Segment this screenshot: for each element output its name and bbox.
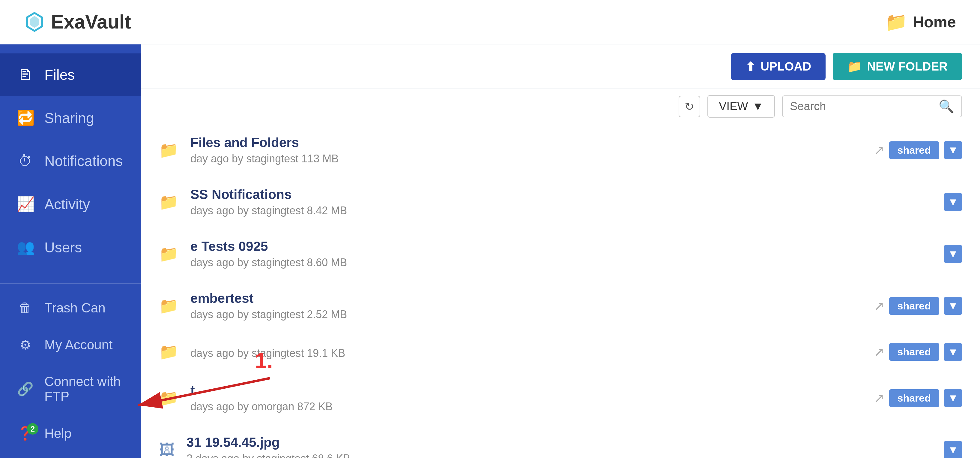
file-actions: ▼ bbox=[944, 193, 962, 211]
sharing-icon: 🔁 bbox=[17, 110, 33, 126]
home-label-text: Home bbox=[913, 13, 956, 31]
file-info: Files and Foldersday ago by stagingtest … bbox=[191, 135, 874, 165]
row-dropdown-button[interactable]: ▼ bbox=[944, 441, 962, 458]
sidebar-nav: 🖹 Files 🔁 Sharing ⏱ Notifications 📈 Acti… bbox=[0, 45, 141, 283]
shared-badge: shared bbox=[889, 297, 940, 315]
topbar-right: 📁 Home bbox=[885, 11, 956, 33]
file-actions: ↗shared▼ bbox=[874, 389, 962, 407]
help-badge: 2 bbox=[27, 423, 38, 435]
file-info: tdays ago by omorgan 872 KB bbox=[191, 383, 874, 413]
search-container: 🔍 bbox=[782, 96, 962, 117]
open-link-button[interactable]: ↗ bbox=[874, 345, 885, 359]
ftp-icon: 🔗 bbox=[17, 381, 33, 397]
trash-label: Trash Can bbox=[45, 300, 105, 316]
upload-icon: ⬆ bbox=[746, 60, 756, 73]
file-meta: 2 days ago by stagingtest 68.6 KB bbox=[186, 452, 944, 458]
upload-button[interactable]: ⬆ UPLOAD bbox=[731, 53, 826, 80]
new-folder-button[interactable]: 📁 NEW FOLDER bbox=[833, 53, 962, 80]
sidebar-label-sharing: Sharing bbox=[45, 110, 94, 126]
search-input[interactable] bbox=[790, 100, 934, 113]
file-name: embertest bbox=[191, 291, 874, 306]
folder-icon: 📁 bbox=[159, 245, 178, 263]
folder-icon: 📁 bbox=[159, 297, 178, 315]
file-meta: days ago by stagingtest 8.42 MB bbox=[191, 204, 944, 217]
view-button[interactable]: VIEW ▼ bbox=[707, 95, 775, 118]
file-actions: ▼ bbox=[944, 441, 962, 458]
folder-icon: 📁 bbox=[159, 141, 178, 160]
file-name: t bbox=[191, 383, 874, 398]
file-name: Files and Folders bbox=[191, 135, 874, 150]
search-button[interactable]: 🔍 bbox=[939, 99, 954, 114]
home-folder-icon: 📁 bbox=[885, 11, 907, 33]
folder-icon: 📁 bbox=[159, 343, 178, 361]
row-dropdown-button[interactable]: ▼ bbox=[944, 389, 962, 407]
image-file-icon: 🖼 bbox=[159, 441, 175, 458]
row-dropdown-button[interactable]: ▼ bbox=[944, 297, 962, 315]
sidebar-item-help[interactable]: ❓ Help 2 bbox=[0, 415, 141, 452]
file-actions: ▼ bbox=[944, 245, 962, 263]
new-folder-label: NEW FOLDER bbox=[867, 60, 948, 73]
notifications-icon: ⏱ bbox=[17, 153, 33, 169]
shared-badge: shared bbox=[889, 343, 940, 361]
file-info: e Tests 0925days ago by stagingtest 8.60… bbox=[191, 239, 944, 269]
row-dropdown-button[interactable]: ▼ bbox=[944, 141, 962, 159]
help-label: Help bbox=[45, 426, 72, 441]
account-icon: ⚙ bbox=[17, 337, 33, 353]
sidebar-label-users: Users bbox=[45, 239, 82, 256]
row-dropdown-button[interactable]: ▼ bbox=[944, 343, 962, 361]
app-name: ExaVault bbox=[51, 11, 131, 33]
file-name: e Tests 0925 bbox=[191, 239, 944, 254]
sidebar-item-notifications[interactable]: ⏱ Notifications bbox=[0, 140, 141, 182]
toolbar: ⬆ UPLOAD 📁 NEW FOLDER bbox=[141, 45, 980, 89]
table-row: 📁SS Notificationsdays ago by stagingtest… bbox=[141, 176, 980, 228]
file-info: days ago by stagingtest 19.1 KB bbox=[191, 345, 874, 359]
file-actions: ↗shared▼ bbox=[874, 343, 962, 361]
shared-badge: shared bbox=[889, 141, 940, 159]
sidebar-bottom: 🗑 Trash Can ⚙ My Account 🔗 Connect with … bbox=[0, 283, 141, 458]
logo: ExaVault bbox=[24, 11, 131, 33]
sidebar-item-files[interactable]: 🖹 Files bbox=[0, 53, 141, 96]
ftp-label: Connect with FTP bbox=[45, 374, 124, 404]
file-meta: days ago by stagingtest 2.52 MB bbox=[191, 308, 874, 321]
activity-icon: 📈 bbox=[17, 196, 33, 212]
files-icon: 🖹 bbox=[17, 67, 33, 83]
sidebar-item-activity[interactable]: 📈 Activity bbox=[0, 182, 141, 226]
sidebar-item-trash[interactable]: 🗑 Trash Can bbox=[0, 290, 141, 326]
file-actions: ↗shared▼ bbox=[874, 297, 962, 315]
account-label: My Account bbox=[45, 337, 113, 353]
sidebar-item-account[interactable]: ⚙ My Account bbox=[0, 326, 141, 363]
file-meta: days ago by stagingtest 19.1 KB bbox=[191, 347, 874, 359]
file-info: 31 19.54.45.jpg2 days ago by stagingtest… bbox=[186, 435, 944, 458]
table-row: 📁days ago by stagingtest 19.1 KB↗shared▼ bbox=[141, 332, 980, 372]
table-row: 📁tdays ago by omorgan 872 KB↗shared▼ bbox=[141, 372, 980, 424]
file-meta: days ago by stagingtest 8.60 MB bbox=[191, 256, 944, 269]
open-link-button[interactable]: ↗ bbox=[874, 143, 885, 158]
file-meta: days ago by omorgan 872 KB bbox=[191, 401, 874, 413]
file-meta: day ago by stagingtest 113 MB bbox=[191, 152, 874, 165]
file-info: SS Notificationsdays ago by stagingtest … bbox=[191, 187, 944, 217]
open-link-button[interactable]: ↗ bbox=[874, 298, 885, 313]
trash-icon: 🗑 bbox=[17, 300, 33, 316]
file-actions: ↗shared▼ bbox=[874, 141, 962, 159]
row-dropdown-button[interactable]: ▼ bbox=[944, 245, 962, 263]
new-folder-icon: 📁 bbox=[847, 59, 862, 73]
sidebar: 🖹 Files 🔁 Sharing ⏱ Notifications 📈 Acti… bbox=[0, 45, 141, 458]
refresh-button[interactable]: ↻ bbox=[679, 96, 700, 117]
sidebar-item-ftp[interactable]: 🔗 Connect with FTP bbox=[0, 363, 141, 415]
folder-icon: 📁 bbox=[159, 193, 178, 211]
sidebar-item-sharing[interactable]: 🔁 Sharing bbox=[0, 96, 141, 140]
table-row: 📁embertestdays ago by stagingtest 2.52 M… bbox=[141, 280, 980, 332]
row-dropdown-button[interactable]: ▼ bbox=[944, 193, 962, 211]
table-row: 🖼31 19.54.45.jpg2 days ago by stagingtes… bbox=[141, 424, 980, 458]
exavault-logo-icon bbox=[24, 11, 45, 32]
refresh-icon: ↻ bbox=[685, 100, 694, 113]
open-link-button[interactable]: ↗ bbox=[874, 391, 885, 405]
table-row: 📁Files and Foldersday ago by stagingtest… bbox=[141, 124, 980, 176]
file-info: embertestdays ago by stagingtest 2.52 MB bbox=[191, 291, 874, 321]
shared-badge: shared bbox=[889, 389, 940, 407]
sidebar-label-activity: Activity bbox=[45, 196, 90, 212]
folder-icon: 📁 bbox=[159, 389, 178, 407]
viewsearch-row: ↻ VIEW ▼ 🔍 bbox=[141, 89, 980, 124]
upload-label: UPLOAD bbox=[760, 60, 811, 73]
sidebar-item-users[interactable]: 👥 Users bbox=[0, 226, 141, 269]
